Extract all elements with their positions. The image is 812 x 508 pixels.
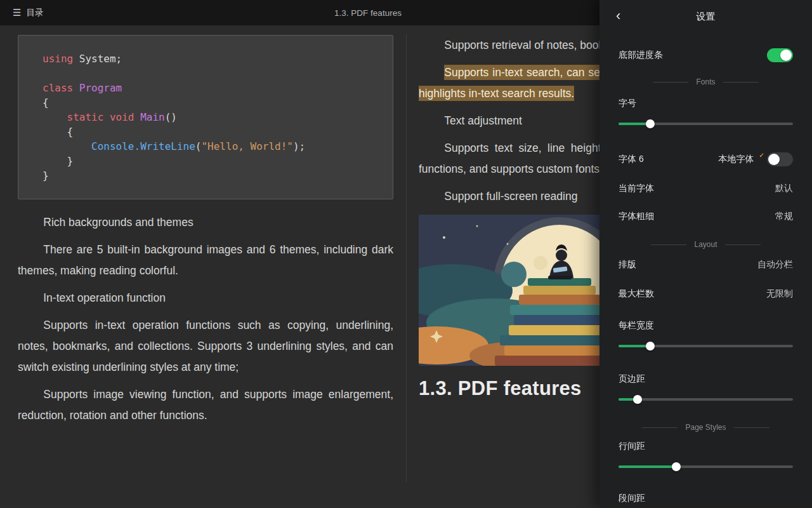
paragraph-spacing-label: 段间距: [619, 493, 645, 504]
slider-track[interactable]: [619, 123, 793, 125]
typesetting-value[interactable]: 自动分栏: [757, 259, 793, 271]
settings-rows: 底部进度条 Fonts 字号 字体 6 本地字体 ✓: [599, 48, 812, 504]
divider-line: [642, 427, 678, 428]
local-font-label: 本地字体: [719, 154, 754, 165]
slider-thumb[interactable]: [646, 342, 655, 351]
paragraph: Supports image viewing function, and sup…: [18, 384, 393, 426]
divider-line: [653, 82, 688, 83]
bottom-progress-label: 底部进度条: [619, 50, 663, 61]
slider-thumb[interactable]: [633, 395, 642, 404]
max-columns-value[interactable]: 无限制: [766, 288, 793, 300]
font-weight-value[interactable]: 常规: [775, 211, 793, 222]
row-current-font[interactable]: 当前字体 默认: [619, 183, 793, 194]
divider-line: [725, 244, 761, 245]
local-font-controls: 本地字体 ✓: [719, 152, 793, 166]
left-column: using System; class Program{ static void…: [18, 35, 393, 432]
row-line-spacing: 行间距: [619, 441, 793, 452]
toggle-knob: [768, 154, 780, 165]
toc-button[interactable]: ☰ 目录: [13, 7, 43, 18]
row-max-columns[interactable]: 最大栏数 无限制: [619, 288, 793, 300]
row-bottom-progress: 底部进度条: [619, 48, 793, 62]
slider-thumb[interactable]: [672, 462, 681, 471]
paragraph: In-text operation function: [18, 288, 393, 309]
column-divider: [406, 34, 407, 483]
paragraph: Rich backgrounds and themes: [18, 212, 393, 233]
page-styles-divider: Page Styles: [619, 423, 793, 432]
row-local-font: 字体 6 本地字体 ✓: [619, 152, 793, 166]
max-columns-label: 最大栏数: [619, 288, 654, 300]
layout-divider: Layout: [619, 240, 793, 249]
fonts-divider-label: Fonts: [696, 77, 715, 86]
current-font-label: 当前字体: [619, 183, 654, 194]
row-page-margin: 页边距: [619, 373, 793, 385]
line-spacing-label: 行间距: [619, 441, 645, 452]
local-font-toggle[interactable]: [767, 152, 793, 166]
settings-panel: ‹ 设置 底部进度条 Fonts 字号 字体 6 本地字体 ✓: [599, 0, 812, 508]
toggle-knob: [780, 50, 792, 61]
divider-line: [651, 244, 686, 245]
slider-thumb[interactable]: [646, 119, 655, 128]
line-spacing-slider[interactable]: [619, 462, 793, 471]
row-paragraph-spacing: 段间距: [619, 493, 793, 504]
row-typesetting[interactable]: 排版 自动分栏: [619, 259, 793, 271]
settings-header: ‹ 设置: [599, 0, 812, 33]
paragraph: There are 5 built-in background images a…: [18, 239, 393, 281]
layout-divider-label: Layout: [694, 240, 717, 249]
slider-fill: [619, 465, 676, 468]
font-label: 字体 6: [619, 154, 644, 165]
page-margin-label: 页边距: [619, 373, 645, 385]
typesetting-label: 排版: [619, 259, 636, 271]
page-margin-slider[interactable]: [619, 395, 793, 404]
slider-track[interactable]: [619, 398, 793, 401]
fonts-divider: Fonts: [619, 77, 793, 86]
settings-title: 设置: [697, 11, 716, 23]
bottom-progress-toggle[interactable]: [767, 48, 793, 62]
code-block: using System; class Program{ static void…: [18, 35, 393, 199]
row-font-size: 字号: [619, 98, 793, 109]
chapter-title: 1.3. PDF features: [334, 8, 402, 18]
back-button[interactable]: ‹: [616, 9, 620, 23]
column-width-slider[interactable]: [619, 342, 793, 351]
paragraph: Supports in-text operation functions suc…: [18, 315, 393, 378]
divider-line: [723, 82, 759, 83]
current-font-value[interactable]: 默认: [775, 183, 793, 194]
column-width-label: 每栏宽度: [619, 320, 654, 331]
row-font-weight[interactable]: 字体粗细 常规: [619, 211, 793, 222]
slider-track[interactable]: [619, 345, 793, 347]
new-badge-icon: ✓: [759, 152, 764, 159]
toc-label: 目录: [26, 7, 43, 18]
divider-line: [734, 427, 769, 428]
back-icon: ‹: [616, 8, 620, 23]
row-column-width: 每栏宽度: [619, 320, 793, 331]
page-styles-divider-label: Page Styles: [685, 423, 726, 432]
font-size-label: 字号: [619, 98, 636, 109]
slider-track[interactable]: [619, 465, 793, 468]
menu-icon: ☰: [13, 7, 21, 18]
font-size-slider[interactable]: [619, 119, 793, 128]
font-weight-label: 字体粗细: [619, 211, 654, 222]
